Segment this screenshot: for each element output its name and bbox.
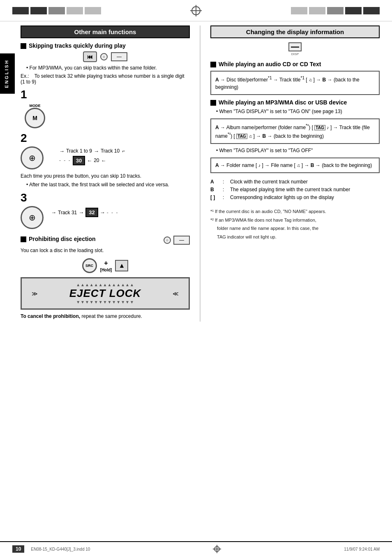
step2-desc: Each time you press the button, you can …	[21, 173, 190, 180]
disp-button[interactable]	[288, 42, 302, 51]
arrow-6: →	[78, 209, 84, 215]
mp3-subsection-title: While playing an MP3/WMA disc or USB dev…	[219, 99, 347, 106]
bar-block-8	[327, 7, 344, 14]
skip-button-row: ⏮ ○ —	[21, 51, 190, 62]
footnote-2b: folder name and file name appear. In thi…	[217, 225, 380, 232]
left-column: Other main functions Skipping tracks qui…	[21, 25, 190, 322]
right-section-title: Changing the display information	[210, 25, 380, 38]
example-prefix: Ex.:	[21, 73, 29, 79]
arrow-4: ←	[101, 158, 106, 164]
eject-right-arrows: ≪	[173, 290, 179, 297]
small-circle-button[interactable]: ○	[100, 53, 108, 60]
tag-icon-1: TAG	[314, 125, 325, 130]
track-label-2: Track 10	[101, 148, 120, 154]
audio-info-box: A → Disc title/performer*1 → Track title…	[210, 71, 380, 95]
crosshair-circle	[191, 6, 201, 15]
prohibit-circle-btn[interactable]: ○	[164, 236, 171, 244]
arrow-2: →	[94, 148, 99, 154]
disp-button-group: DISP	[210, 42, 380, 56]
example-label: Ex.: To select track 32 while playing tr…	[21, 73, 190, 85]
bar-block-5	[85, 7, 101, 14]
footer-right-text: 11/9/07 9:24:01 AM	[344, 547, 380, 551]
tag-icon-2: TAG	[236, 134, 247, 139]
dashes-1: - - -	[59, 158, 71, 163]
prohibit-subsection-title: Prohibiting disc ejection	[29, 236, 96, 242]
bottom-bar: 10 EN08-15_KD-G440[J]_3.indd 10 11/9/07 …	[0, 541, 392, 556]
black-square-icon-3	[210, 62, 216, 67]
legend-a-colon: :	[223, 178, 228, 186]
legend-bracket-key: [ ]	[210, 194, 220, 202]
bar-block-2	[30, 7, 47, 14]
src-hold-eject-row: SRC + [Hold] ▲	[21, 258, 190, 273]
track-label-3: Track 31	[58, 210, 77, 215]
disp-line	[291, 46, 299, 48]
legend-bracket-colon: :	[223, 194, 228, 202]
music-note-5: ♫	[297, 163, 300, 168]
top-bar-center	[101, 5, 291, 16]
mode-button[interactable]: M	[25, 108, 45, 128]
music-note-3: ♫	[249, 134, 252, 139]
footer-crosshair-icon	[213, 545, 221, 553]
arrow-button-3[interactable]: ⊕	[21, 206, 44, 229]
step-2-number: 2	[21, 132, 190, 145]
eject-lock-display: ▲▲▲▲▲▲▲▲▲▲▲▲▲ ≫ EJECT LOCK ≪ ▼▼▼▼▼▼▼▼▼▼▼…	[21, 277, 190, 310]
legend-a-key: A	[210, 178, 220, 186]
eject-lock-row: ≫ EJECT LOCK ≪	[30, 287, 180, 300]
black-square-icon-4	[210, 100, 216, 106]
track-row-1: → Track 1 to 9 → Track 10 ⌐	[59, 148, 125, 154]
cancel-bold-text: To cancel the prohibition,	[21, 313, 80, 319]
black-square-icon	[21, 43, 26, 49]
footer-left-text: EN08-15_KD-G440[J]_3.indd 10	[31, 547, 90, 551]
left-section-title: Other main functions	[21, 26, 189, 37]
cancel-text: To cancel the prohibition, repeat the sa…	[21, 313, 190, 320]
bar-block-3	[48, 7, 65, 14]
step1-button-row: MODE M	[25, 104, 190, 128]
hold-label: [Hold]	[100, 268, 112, 272]
legend-b-val: The elapsed playing time with the curren…	[230, 186, 380, 194]
mode-button-group: MODE M	[25, 104, 45, 128]
bar-block-1	[12, 7, 29, 14]
legend-bracket-val: Corresponding indicator lights up on the…	[230, 194, 380, 202]
language-label: ENGLISH	[0, 53, 15, 94]
prohibit-rect-btn[interactable]: —	[173, 236, 190, 245]
disp-label: DISP	[291, 52, 299, 56]
step-1-number: 1	[21, 88, 190, 101]
arrow-5: →	[51, 209, 56, 215]
skip-back-button[interactable]: ⏮	[83, 51, 97, 62]
footnote-2c: TAG indicator will not light up.	[217, 234, 380, 241]
src-button[interactable]: SRC	[82, 258, 97, 273]
tag-on-bullet: When "TAG DISPLAY" is set to "TAG ON" (s…	[216, 108, 380, 115]
footer-crosshair	[90, 545, 344, 553]
top-bar-right-blocks	[291, 7, 380, 14]
eject-button[interactable]: ▲	[115, 260, 128, 271]
track-diagram-2: → Track 31 → 32 → - - -	[51, 208, 118, 217]
eject-left-arrows: ≫	[32, 290, 38, 297]
tag-off-b-label: B	[311, 162, 314, 168]
step2-row: ⊕ → Track 1 to 9 → Track 10 ⌐ - - - 30 ←…	[21, 146, 190, 169]
legend-bracket-row: [ ] : Corresponding indicator lights up …	[210, 194, 380, 202]
track-row-2: - - - 30 ← 20 ←	[59, 156, 125, 165]
footer-crosshair-circle	[214, 546, 220, 552]
tag-off-label: When "TAG DISPLAY" is set to "TAG OFF"	[219, 148, 313, 153]
step-3-number: 3	[21, 191, 190, 204]
example-text: To select track 32 while playing tracks …	[21, 73, 184, 85]
audio-subsection-title: While playing an audio CD or CD Text	[219, 61, 321, 67]
prohibit-desc: You can lock a disc in the loading slot.	[21, 247, 190, 254]
audio-subsection-header: While playing an audio CD or CD Text	[210, 61, 380, 67]
cancel-desc-text: repeat the same procedure.	[81, 313, 142, 319]
tag-off-info-box: A → Folder name [ ♪ ] → File name [ ♫ ] …	[210, 158, 380, 173]
skip-bullet-2: After the last track, the first track wi…	[26, 181, 190, 188]
top-bar	[0, 0, 392, 21]
bar-block-7	[309, 7, 325, 14]
arrow-button[interactable]: ⊕	[21, 146, 44, 169]
crosshair-icon	[190, 5, 202, 16]
footnote-2a: *² If an MP3/WMA file does not have Tag …	[210, 217, 380, 224]
skip-subsection-title: Skipping tracks quickly during play	[29, 42, 126, 49]
rect-icon: —	[117, 54, 122, 60]
step3-row: ⊕ → Track 31 → 32 → - - -	[21, 206, 190, 229]
audio-a-label: A	[215, 77, 219, 83]
prohibit-title-text: Prohibiting disc ejection	[29, 236, 96, 242]
tag-off-info: A → Folder name [ ♪ ] → File name [ ♫ ] …	[215, 162, 372, 168]
rect-button[interactable]: —	[111, 52, 127, 61]
mode-m-label: M	[32, 115, 37, 121]
